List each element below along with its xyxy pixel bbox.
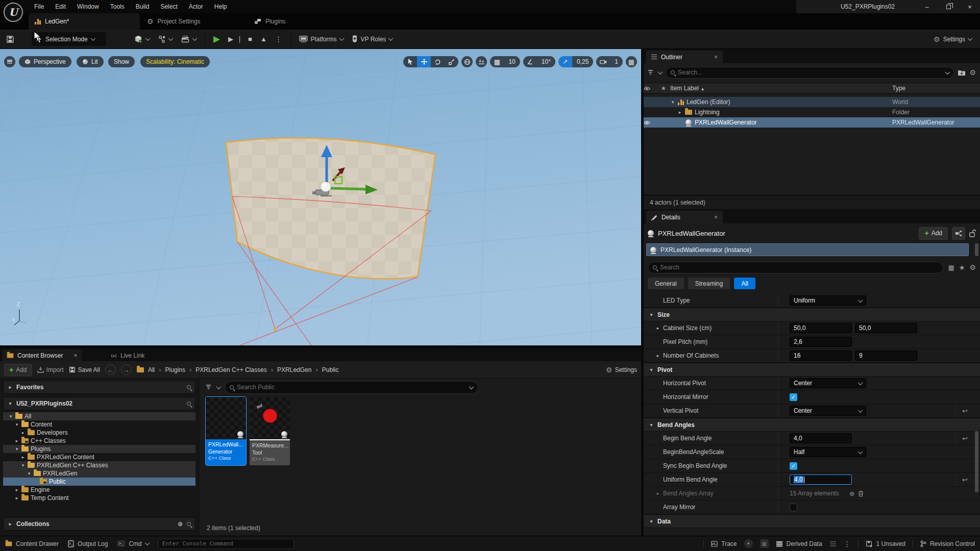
content-drawer-button[interactable]: Content Drawer [5,540,59,547]
lit-dropdown[interactable]: Lit [77,56,104,67]
tab-live-link[interactable]: Live Link [106,349,149,361]
maximize-viewport-button[interactable]: ▦ [626,56,637,67]
add-collection-icon[interactable]: ⊕ [178,520,183,528]
menu-build[interactable]: Build [130,0,155,13]
frame-skip-button[interactable]: ▶⎹ [224,32,244,47]
eject-button[interactable]: ▲ [256,32,271,47]
menu-actor[interactable]: Actor [183,0,209,13]
selection-mode-dropdown[interactable]: Selection Mode [32,32,106,46]
chevron-down-icon[interactable]: ▾ [670,99,675,105]
search-icon[interactable] [187,385,191,389]
breadcrumb-plugins[interactable]: Plugins [165,366,185,373]
chevron-down-icon[interactable] [945,69,950,74]
horizontal-pivot-dropdown[interactable]: Center [790,378,866,388]
tab-details[interactable]: Details × [646,211,723,223]
rotate-tool-button[interactable] [431,56,445,67]
viewport-options-button[interactable] [4,56,15,67]
section-bend-angles[interactable]: ▾ Bend Angles [644,418,980,432]
unsaved-button[interactable]: 1 Unsaved [866,540,905,547]
more-options-icon[interactable]: ⋮ [844,540,851,548]
trace-pause-button[interactable]: ⏸ [744,539,753,548]
forward-button[interactable]: → [121,364,132,375]
outliner-row-ledgen[interactable]: ▾ LedGen (Editor) World [644,97,980,107]
tree-item-public[interactable]: Public [3,478,195,486]
save-button[interactable] [2,32,18,47]
breadcrumb-public[interactable]: Public [322,366,339,373]
visibility-toggle[interactable] [644,120,657,125]
play-button[interactable]: ▶ [209,32,224,47]
menu-select[interactable]: Select [155,0,183,13]
surface-snapping-button[interactable] [476,56,487,67]
cmd-dropdown[interactable]: >_ Cmd [117,540,149,547]
item-label-column[interactable]: Item Label ▲ [670,85,704,92]
menu-tools[interactable]: Tools [105,0,130,13]
outliner-row-lightning[interactable]: ▸ Lightning Folder [644,107,980,117]
scrollbar-thumb[interactable] [975,431,978,492]
close-icon[interactable]: × [707,54,718,61]
tab-level-ledgen[interactable]: LedGen* [29,13,140,30]
asset-tile-pxrledwallgenerator[interactable]: PXRLedWall... Generator C++ Class [206,397,246,465]
favorites-star-icon[interactable]: ★ [959,264,965,271]
chevron-right-icon[interactable]: ▸ [655,325,660,331]
array-mirror-checkbox[interactable] [790,504,797,511]
tree-item-engine[interactable]: ▸ Engine [3,486,195,494]
add-asset-button[interactable]: + Add [4,364,32,376]
asset-search[interactable] [225,381,478,394]
import-button[interactable]: Import [37,366,64,373]
tree-item-pxrledgen-content[interactable]: ▸ PXRLedGen Content [3,453,195,461]
tab-plugins[interactable]: Plugins [254,13,285,30]
console-command-input[interactable] [158,539,294,549]
camera-speed-value[interactable]: 1 [610,56,623,67]
begin-bend-angle-field[interactable]: 4,0 [790,433,852,443]
perspective-dropdown[interactable]: Perspective [19,56,71,67]
edit-blueprint-button[interactable] [952,227,965,240]
level-viewport[interactable]: Perspective Lit Show Scalability: Cinema… [0,49,641,345]
led-type-dropdown[interactable]: Uniform [790,295,866,306]
create-folder-icon[interactable] [958,69,966,76]
filter-chip-streaming[interactable]: Streaming [688,278,730,289]
scale-tool-button[interactable] [445,56,458,67]
menu-window[interactable]: Window [71,0,105,13]
chevron-down-icon[interactable] [216,384,222,389]
rotation-snap-value[interactable]: 10° [537,56,555,67]
collections-header[interactable]: ▸ Collections ⊕ [3,517,195,531]
scale-snap-value[interactable]: 0,25 [572,56,593,67]
tree-item-plugins[interactable]: ▾ Plugins [3,445,195,453]
world-local-toggle[interactable] [461,56,473,67]
settings-dropdown[interactable]: ⚙ Settings [929,32,976,47]
reset-to-default-icon[interactable]: ↩ [962,476,968,484]
details-settings-icon[interactable]: ⚙ [969,264,976,271]
save-all-button[interactable]: Save All [69,366,100,373]
search-icon[interactable] [187,522,191,526]
tab-content-browser[interactable]: Content Browser × [2,349,82,361]
trace-button[interactable]: Trace [711,540,737,547]
grid-snap-toggle[interactable]: ▦ [490,56,504,67]
tree-item-all[interactable]: ▾ All [3,412,195,420]
horizontal-mirror-checkbox[interactable]: ✓ [790,393,797,401]
section-size[interactable]: ▾ Size [644,308,980,321]
asset-tile-pxrmeasuretool[interactable]: ted PXRMeasure... Tool C++ Class [250,397,290,465]
filter-icon[interactable] [206,384,213,390]
grid-snap-value[interactable]: 10 [504,56,520,67]
tree-item-pxrledgen-cpp-classes[interactable]: ▾ PXRLedGen C++ Classes [3,461,195,469]
rotation-snap-toggle[interactable]: ∠ [523,56,537,67]
filter-icon[interactable] [648,69,655,76]
menu-edit[interactable]: Edit [50,0,71,13]
add-component-button[interactable]: + Add [919,227,948,240]
details-search[interactable] [648,262,943,273]
tree-item-pxrledgen[interactable]: ▾ PXRLedGen [3,469,195,478]
search-icon[interactable] [187,402,191,406]
filter-chip-general[interactable]: General [648,278,684,289]
cinematics-dropdown[interactable] [177,32,201,47]
display-options-icon[interactable]: ▦ [948,264,954,271]
reset-to-default-icon[interactable]: ↩ [962,435,968,442]
section-pivot[interactable]: ▾ Pivot [644,363,980,377]
output-log-button[interactable]: Output Log [68,540,108,547]
tree-item-cpp-classes[interactable]: ▸ C++ Classes [3,437,195,445]
breadcrumb-all[interactable]: All [148,366,155,373]
camera-speed-button[interactable] [596,56,610,67]
cabinet-size-x-field[interactable]: 50,0 [790,323,852,333]
instance-row[interactable]: PXRLedWallGenerator (Instance) [646,243,969,256]
scrollbar-thumb[interactable] [975,243,978,256]
begin-bend-scale-dropdown[interactable]: Half [790,447,866,457]
